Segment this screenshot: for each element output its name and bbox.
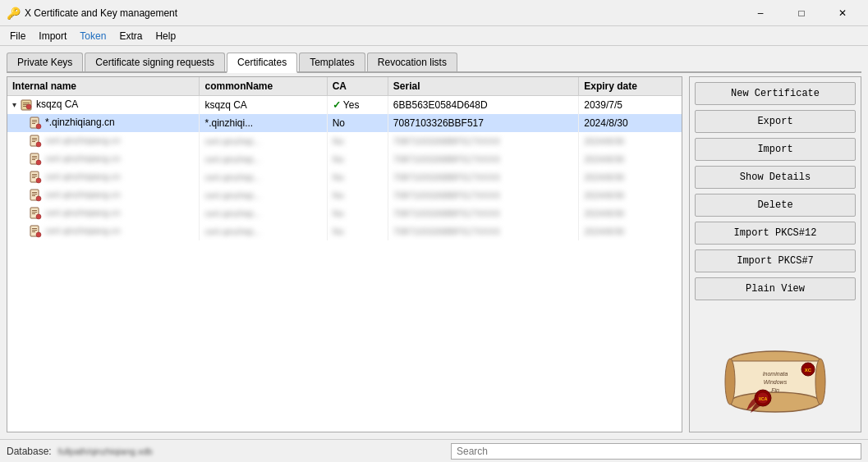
cert-internal-name: cert.qinzhiqiang.cn <box>45 208 121 217</box>
table-row[interactable]: cert.qinzhiqiang.cncert.qinzhiqi...No708… <box>7 186 682 204</box>
app-title: X Certificate and Key management <box>25 7 742 19</box>
table-row[interactable]: cert.qinzhiqiang.cncert.qinzhiqi...No708… <box>7 150 682 168</box>
table-row[interactable]: cert.qinzhiqiang.cncert.qinzhiqi...No708… <box>7 222 682 240</box>
search-input[interactable] <box>451 443 861 460</box>
import-pkcs12-button[interactable]: Import PKCS#12 <box>695 222 856 245</box>
cert-internal-name: cert.qinzhiqiang.cn <box>45 226 121 236</box>
right-panel: New Certificate Export Import Show Detai… <box>689 76 861 432</box>
svg-rect-18 <box>32 159 35 160</box>
tab-certificates[interactable]: Certificates <box>227 53 297 73</box>
import-pkcs7-button[interactable]: Import PKCS#7 <box>695 249 856 272</box>
svg-text:XCA: XCA <box>759 396 768 401</box>
main-content: Private Keys Certificate signing request… <box>0 46 868 439</box>
tab-bar: Private Keys Certificate signing request… <box>7 53 861 73</box>
table-row[interactable]: cert.qinzhiqiang.cncert.qinzhiqi...No708… <box>7 168 682 186</box>
table-row[interactable]: cert.qinzhiqiang.cncert.qinzhiqi...No708… <box>7 132 682 150</box>
cert-serial: 7087103326BBF517XXXX <box>388 132 578 150</box>
svg-rect-11 <box>32 138 37 139</box>
cert-icon <box>29 153 42 166</box>
menu-token[interactable]: Token <box>73 29 113 43</box>
cert-ca-field: No <box>327 222 388 240</box>
cert-icon <box>29 207 42 220</box>
table-row[interactable]: *.qinzhiqiang.cn*.qinzhiqi...No708710332… <box>7 114 682 132</box>
show-details-button[interactable]: Show Details <box>695 166 856 189</box>
svg-point-34 <box>36 214 41 219</box>
svg-point-43 <box>725 359 735 405</box>
svg-rect-1 <box>23 103 30 103</box>
tab-csr[interactable]: Certificate signing requests <box>85 53 225 71</box>
svg-rect-6 <box>32 120 37 121</box>
menu-bar: File Import Token Extra Help <box>0 26 868 46</box>
svg-point-19 <box>36 160 41 165</box>
menu-extra[interactable]: Extra <box>113 29 149 43</box>
certificate-panel[interactable]: Internal name commonName CA Serial Expir… <box>7 76 682 432</box>
content-area: Internal name commonName CA Serial Expir… <box>7 76 861 432</box>
menu-help[interactable]: Help <box>149 29 182 43</box>
table-header-row: Internal name commonName CA Serial Expir… <box>7 77 682 96</box>
ca-checkmark: ✓ <box>333 99 341 111</box>
table-row[interactable]: cert.qinzhiqiang.cncert.qinzhiqi...No708… <box>7 204 682 222</box>
svg-rect-12 <box>32 140 37 140</box>
cert-ca-field: No <box>327 132 388 150</box>
tab-private-keys[interactable]: Private Keys <box>7 53 83 71</box>
cert-internal-name: cert.qinzhiqiang.cn <box>45 153 121 163</box>
cert-expiry: 2024/8/30 <box>579 168 682 186</box>
cert-icon <box>20 98 33 112</box>
svg-rect-13 <box>32 141 35 142</box>
cert-common-name: cert.qinzhiqi... <box>200 204 327 222</box>
table-row[interactable]: ▾ ksqzq CAksqzq CA✓ Yes6BB563E0584D648D2… <box>7 96 682 115</box>
svg-rect-36 <box>32 228 37 229</box>
cert-serial: 7087103326BBF517 <box>388 114 578 132</box>
tab-revocation[interactable]: Revocation lists <box>367 53 457 71</box>
svg-point-9 <box>36 124 41 129</box>
cert-expiry: 2024/8/30 <box>579 114 682 132</box>
svg-rect-16 <box>32 156 37 157</box>
svg-rect-32 <box>32 212 37 213</box>
svg-point-24 <box>36 178 41 183</box>
cert-ca-field: ✓ Yes <box>327 96 388 115</box>
svg-point-14 <box>36 142 41 147</box>
cert-icon <box>29 135 42 148</box>
cert-expiry: 2024/8/30 <box>579 204 682 222</box>
cert-serial: 7087103326BBF517XXXX <box>388 204 578 222</box>
cert-icon <box>29 225 42 238</box>
cert-internal-name: cert.qinzhiqiang.cn <box>45 135 121 145</box>
import-button[interactable]: Import <box>695 138 856 161</box>
window-controls: – □ ✕ <box>742 0 861 26</box>
svg-rect-28 <box>32 195 35 196</box>
minimize-button[interactable]: – <box>742 0 779 26</box>
svg-rect-38 <box>32 231 35 232</box>
col-internal-name[interactable]: Internal name <box>7 77 200 96</box>
menu-file[interactable]: File <box>3 29 32 43</box>
cert-common-name: cert.qinzhiqi... <box>200 132 327 150</box>
cert-serial: 7087103326BBF517XXXX <box>388 222 578 240</box>
svg-rect-8 <box>32 123 35 124</box>
col-ca[interactable]: CA <box>327 77 388 96</box>
cert-common-name: cert.qinzhiqi... <box>200 150 327 168</box>
cert-internal-name: cert.qinzhiqiang.cn <box>45 190 121 199</box>
svg-rect-31 <box>32 210 37 211</box>
export-button[interactable]: Export <box>695 110 856 133</box>
svg-rect-23 <box>32 177 35 178</box>
maximize-button[interactable]: □ <box>783 0 820 26</box>
col-expiry[interactable]: Expiry date <box>579 77 682 96</box>
cert-ca-field: No <box>327 204 388 222</box>
col-common-name[interactable]: commonName <box>200 77 327 96</box>
cert-expiry: 2024/8/30 <box>579 186 682 204</box>
expand-icon[interactable]: ▾ <box>12 100 16 109</box>
svg-point-4 <box>26 104 31 109</box>
new-certificate-button[interactable]: New Certificate <box>695 82 856 105</box>
cert-ca-field: No <box>327 114 388 132</box>
svg-point-39 <box>36 232 41 237</box>
col-serial[interactable]: Serial <box>388 77 578 96</box>
logo-area: XCA Inominata Windows Fin XC <box>695 341 856 427</box>
cert-common-name: *.qinzhiqi... <box>200 114 327 132</box>
svg-rect-26 <box>32 192 37 193</box>
cert-common-name: ksqzq CA <box>200 96 327 115</box>
menu-import[interactable]: Import <box>32 29 73 43</box>
close-button[interactable]: ✕ <box>824 0 861 26</box>
plain-view-button[interactable]: Plain View <box>695 277 856 300</box>
delete-button[interactable]: Delete <box>695 194 856 217</box>
tab-templates[interactable]: Templates <box>299 53 365 71</box>
cert-common-name: cert.qinzhiqi... <box>200 186 327 204</box>
